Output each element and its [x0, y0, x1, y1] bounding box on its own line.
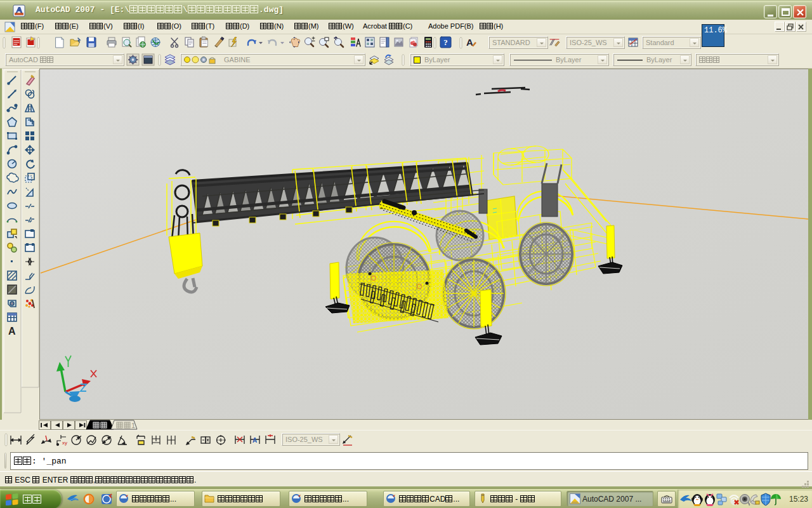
svg-text:?: ? — [443, 37, 448, 47]
svg-text:xy: xy — [62, 440, 67, 446]
svg-text:A: A — [8, 326, 16, 337]
svg-text:1: 1 — [131, 422, 135, 429]
svg-text:A: A — [466, 37, 473, 48]
svg-text:A: A — [252, 437, 257, 444]
